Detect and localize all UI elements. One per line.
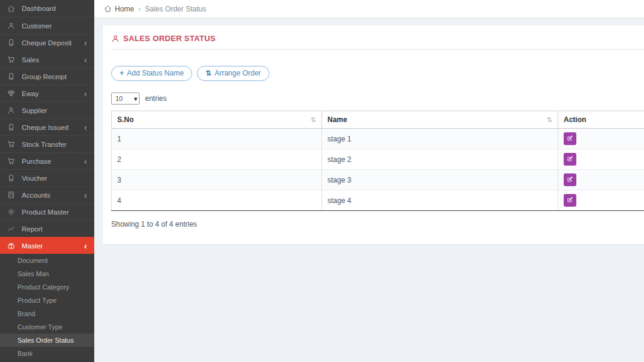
sidebar-item-label: Product Master: [22, 208, 69, 216]
sidebar-item-label: Eway: [22, 90, 39, 97]
pencil-square-icon: [567, 134, 573, 143]
sidebar-subitem-label: Product Category: [18, 283, 69, 291]
cell-name: stage 2: [322, 149, 558, 170]
chart-icon: [7, 225, 16, 233]
chevron-left-icon: ‹: [84, 56, 87, 64]
sidebar-item-group-receipt[interactable]: Group Receipt: [0, 68, 94, 85]
cell-name: stage 1: [322, 129, 558, 149]
sidebar-item-label: Voucher: [22, 175, 47, 182]
sidebar-subitem-label: Bank: [18, 350, 33, 357]
sidebar-subitem-brand[interactable]: Brand: [0, 307, 94, 320]
sidebar: DashboardCustomerCheque Deposit‹Sales‹Gr…: [0, 0, 94, 362]
sidebar-item-sales[interactable]: Sales‹: [0, 51, 94, 68]
plus-icon: +: [120, 69, 124, 77]
arrange-order-button[interactable]: ⇅ Arrange Order: [197, 66, 269, 81]
sidebar-item-report[interactable]: Report: [0, 220, 94, 237]
status-table: S.No ⇅ Name ⇅ Action 1stage 12stage 23st…: [111, 111, 644, 211]
gear-icon: [7, 208, 16, 216]
column-header-name[interactable]: Name ⇅: [322, 111, 558, 129]
book-icon: [7, 123, 16, 131]
sidebar-subitem-label: Brand: [18, 310, 35, 317]
entries-label: entries: [145, 94, 167, 103]
cell-sno: 3: [112, 170, 322, 190]
toolbar: + Add Status Name ⇅ Arrange Order: [111, 66, 644, 81]
sidebar-item-label: Stock Transfer: [22, 141, 66, 148]
chevron-left-icon: ‹: [84, 39, 87, 47]
sort-arrows-icon[interactable]: ⇅: [547, 116, 552, 124]
add-status-name-label: Add Status Name: [127, 69, 184, 77]
edit-button[interactable]: [564, 194, 576, 207]
cell-sno: 2: [112, 149, 322, 170]
sidebar-subitem-product-category[interactable]: Product Category: [0, 280, 94, 294]
sidebar-item-cheque-issued[interactable]: Cheque Issued‹: [0, 118, 94, 135]
title-divider: [111, 49, 644, 50]
sidebar-item-label: Report: [22, 225, 43, 233]
sales-order-status-card: SALES ORDER STATUS + Add Status Name ⇅ A…: [103, 25, 644, 244]
sidebar-subitem-sales-order-status[interactable]: Sales Order Status: [0, 334, 94, 347]
chevron-left-icon: ‹: [84, 157, 87, 166]
pencil-square-icon: [567, 196, 573, 205]
edit-button[interactable]: [564, 132, 576, 145]
column-header-action: Action: [558, 111, 644, 129]
sidebar-subitem-bank[interactable]: Bank: [0, 347, 94, 360]
sidebar-item-label: Group Receipt: [22, 73, 66, 80]
sidebar-item-stock-transfer[interactable]: Stock Transfer: [0, 135, 94, 152]
sidebar-item-master[interactable]: Master‹: [0, 237, 94, 254]
sidebar-item-voucher[interactable]: Voucher: [0, 169, 94, 186]
sidebar-item-label: Sales: [22, 56, 39, 63]
sort-arrows-icon: ⇅: [205, 69, 211, 77]
column-header-sno[interactable]: S.No ⇅: [112, 111, 322, 129]
sidebar-subitem-document[interactable]: Document: [0, 254, 94, 267]
cell-sno: 4: [112, 190, 322, 211]
cell-action: [558, 129, 644, 149]
user-icon: [111, 34, 120, 43]
cart-icon: [7, 157, 16, 165]
sidebar-subitem-product-type[interactable]: Product Type: [0, 294, 94, 307]
chevron-left-icon: ‹: [84, 89, 87, 98]
sidebar-item-purchase[interactable]: Purchase‹: [0, 152, 94, 169]
sort-arrows-icon[interactable]: ⇅: [311, 116, 316, 124]
breadcrumb-home-link[interactable]: Home: [104, 5, 134, 13]
book-icon: [7, 39, 16, 47]
gem-icon: [7, 89, 16, 97]
cell-name: stage 3: [322, 170, 558, 190]
add-status-name-button[interactable]: + Add Status Name: [111, 66, 192, 81]
table-row: 4stage 4: [112, 190, 644, 211]
sidebar-item-label: Master: [22, 242, 43, 250]
user-icon: [7, 22, 16, 30]
sidebar-item-customer[interactable]: Customer: [0, 17, 94, 34]
edit-button[interactable]: [564, 153, 576, 166]
sidebar-item-eway[interactable]: Eway‹: [0, 85, 94, 102]
sidebar-subitem-sales-man[interactable]: Sales Man: [0, 267, 94, 280]
app-window: DashboardCustomerCheque Deposit‹Sales‹Gr…: [0, 0, 644, 362]
home-icon: [7, 5, 16, 13]
arrange-order-label: Arrange Order: [214, 69, 261, 77]
main-area: Home › Sales Order Status SALES ORDER ST…: [94, 0, 644, 362]
sidebar-subitem-customer-type[interactable]: Customer Type: [0, 320, 94, 334]
sidebar-item-supplier[interactable]: Supplier: [0, 102, 94, 118]
pencil-square-icon: [567, 175, 573, 184]
entries-select[interactable]: 10: [111, 92, 140, 105]
cart-icon: [7, 140, 16, 148]
edit-button[interactable]: [564, 173, 576, 186]
chevron-left-icon: ‹: [84, 242, 87, 250]
table-header-row: S.No ⇅ Name ⇅ Action: [112, 111, 644, 129]
cell-action: [558, 170, 644, 190]
breadcrumb-current: Sales Order Status: [145, 5, 206, 13]
showing-entries-text: Showing 1 to 4 of 4 entries: [111, 220, 644, 228]
sidebar-item-accounts[interactable]: Accounts‹: [0, 186, 94, 203]
chevron-left-icon: ‹: [84, 191, 87, 199]
sidebar-item-product-master[interactable]: Product Master: [0, 203, 94, 220]
page-title: SALES ORDER STATUS: [111, 34, 644, 43]
gift-icon: [7, 242, 16, 250]
sidebar-nav: DashboardCustomerCheque Deposit‹Sales‹Gr…: [0, 0, 94, 254]
table-row: 1stage 1: [112, 129, 644, 149]
home-icon: [104, 5, 112, 13]
sidebar-item-dashboard[interactable]: Dashboard: [0, 0, 94, 17]
sidebar-item-label: Dashboard: [22, 5, 56, 12]
sidebar-item-label: Supplier: [22, 107, 47, 114]
sidebar-submenu: DocumentSales ManProduct CategoryProduct…: [0, 254, 94, 360]
calculator-icon: [7, 191, 16, 199]
cart-icon: [7, 56, 16, 63]
sidebar-item-cheque-deposit[interactable]: Cheque Deposit‹: [0, 34, 94, 51]
